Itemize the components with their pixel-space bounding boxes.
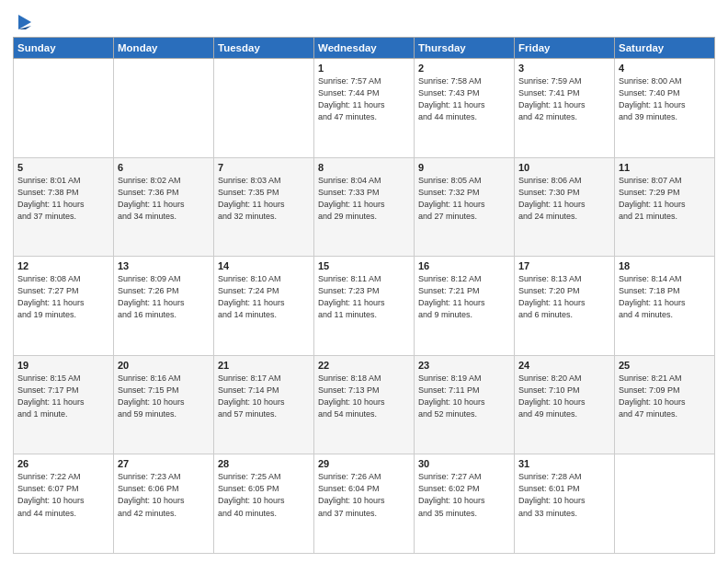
calendar-cell: 26Sunrise: 7:22 AMSunset: 6:07 PMDayligh… xyxy=(14,454,114,554)
calendar-cell: 2Sunrise: 7:58 AMSunset: 7:43 PMDaylight… xyxy=(415,59,515,158)
day-info: Sunrise: 8:01 AMSunset: 7:38 PMDaylight:… xyxy=(17,175,109,223)
week-row-0: 1Sunrise: 7:57 AMSunset: 7:44 PMDaylight… xyxy=(14,59,715,158)
day-number: 31 xyxy=(518,458,610,469)
calendar-cell: 15Sunrise: 8:11 AMSunset: 7:23 PMDayligh… xyxy=(314,257,415,356)
day-info: Sunrise: 8:07 AMSunset: 7:29 PMDaylight:… xyxy=(619,175,711,223)
calendar-cell xyxy=(14,59,114,158)
calendar-cell: 24Sunrise: 8:20 AMSunset: 7:10 PMDayligh… xyxy=(515,355,615,454)
weekday-header-thursday: Thursday xyxy=(415,38,515,59)
day-number: 27 xyxy=(118,458,210,469)
calendar-cell xyxy=(214,59,314,158)
calendar-cell: 1Sunrise: 7:57 AMSunset: 7:44 PMDaylight… xyxy=(314,59,415,158)
logo xyxy=(13,13,35,29)
calendar-cell: 21Sunrise: 8:17 AMSunset: 7:14 PMDayligh… xyxy=(214,355,314,454)
day-number: 1 xyxy=(318,63,410,74)
week-row-2: 12Sunrise: 8:08 AMSunset: 7:27 PMDayligh… xyxy=(14,257,715,356)
day-info: Sunrise: 7:25 AMSunset: 6:05 PMDaylight:… xyxy=(218,471,310,519)
day-number: 19 xyxy=(17,360,109,371)
calendar-cell: 30Sunrise: 7:27 AMSunset: 6:02 PMDayligh… xyxy=(415,454,515,554)
day-number: 21 xyxy=(218,360,310,371)
calendar-cell: 25Sunrise: 8:21 AMSunset: 7:09 PMDayligh… xyxy=(615,355,715,454)
day-info: Sunrise: 7:28 AMSunset: 6:01 PMDaylight:… xyxy=(518,471,610,519)
weekday-header-friday: Friday xyxy=(515,38,615,59)
day-info: Sunrise: 8:00 AMSunset: 7:40 PMDaylight:… xyxy=(619,75,711,123)
calendar-cell: 4Sunrise: 8:00 AMSunset: 7:40 PMDaylight… xyxy=(615,59,715,158)
day-number: 9 xyxy=(418,162,510,173)
day-info: Sunrise: 8:16 AMSunset: 7:15 PMDaylight:… xyxy=(118,373,210,420)
calendar-cell xyxy=(615,454,715,554)
day-number: 20 xyxy=(118,360,210,371)
day-info: Sunrise: 7:23 AMSunset: 6:06 PMDaylight:… xyxy=(118,471,210,519)
day-info: Sunrise: 8:19 AMSunset: 7:11 PMDaylight:… xyxy=(418,373,510,420)
weekday-header-sunday: Sunday xyxy=(14,38,114,59)
day-number: 8 xyxy=(318,162,410,173)
day-info: Sunrise: 8:09 AMSunset: 7:26 PMDaylight:… xyxy=(118,273,210,321)
day-info: Sunrise: 8:13 AMSunset: 7:20 PMDaylight:… xyxy=(518,273,610,321)
calendar-cell: 8Sunrise: 8:04 AMSunset: 7:33 PMDaylight… xyxy=(314,157,415,257)
weekday-header-monday: Monday xyxy=(114,38,214,59)
week-row-1: 5Sunrise: 8:01 AMSunset: 7:38 PMDaylight… xyxy=(14,157,715,257)
day-number: 11 xyxy=(619,162,711,173)
day-number: 30 xyxy=(418,458,510,469)
calendar-cell: 10Sunrise: 8:06 AMSunset: 7:30 PMDayligh… xyxy=(515,157,615,257)
day-info: Sunrise: 7:57 AMSunset: 7:44 PMDaylight:… xyxy=(318,75,410,123)
day-info: Sunrise: 8:08 AMSunset: 7:27 PMDaylight:… xyxy=(17,273,109,321)
day-number: 22 xyxy=(318,360,410,371)
day-info: Sunrise: 8:06 AMSunset: 7:30 PMDaylight:… xyxy=(518,175,610,223)
day-info: Sunrise: 8:04 AMSunset: 7:33 PMDaylight:… xyxy=(318,175,410,223)
calendar-cell: 19Sunrise: 8:15 AMSunset: 7:17 PMDayligh… xyxy=(14,355,114,454)
day-number: 25 xyxy=(619,360,711,371)
day-info: Sunrise: 8:02 AMSunset: 7:36 PMDaylight:… xyxy=(118,175,210,223)
day-number: 14 xyxy=(218,260,310,271)
day-number: 12 xyxy=(17,260,109,271)
day-info: Sunrise: 7:27 AMSunset: 6:02 PMDaylight:… xyxy=(418,471,510,519)
day-info: Sunrise: 7:59 AMSunset: 7:41 PMDaylight:… xyxy=(518,75,610,123)
calendar-cell: 3Sunrise: 7:59 AMSunset: 7:41 PMDaylight… xyxy=(515,59,615,158)
svg-marker-0 xyxy=(18,15,31,29)
day-info: Sunrise: 8:20 AMSunset: 7:10 PMDaylight:… xyxy=(518,373,610,420)
day-number: 7 xyxy=(218,162,310,173)
calendar-cell: 5Sunrise: 8:01 AMSunset: 7:38 PMDaylight… xyxy=(14,157,114,257)
weekday-header-tuesday: Tuesday xyxy=(214,38,314,59)
day-info: Sunrise: 8:21 AMSunset: 7:09 PMDaylight:… xyxy=(619,373,711,420)
calendar-cell: 16Sunrise: 8:12 AMSunset: 7:21 PMDayligh… xyxy=(415,257,515,356)
calendar-cell: 13Sunrise: 8:09 AMSunset: 7:26 PMDayligh… xyxy=(114,257,214,356)
day-number: 5 xyxy=(17,162,109,173)
calendar-cell: 18Sunrise: 8:14 AMSunset: 7:18 PMDayligh… xyxy=(615,257,715,356)
calendar-cell: 6Sunrise: 8:02 AMSunset: 7:36 PMDaylight… xyxy=(114,157,214,257)
day-info: Sunrise: 8:03 AMSunset: 7:35 PMDaylight:… xyxy=(218,175,310,223)
calendar-cell: 7Sunrise: 8:03 AMSunset: 7:35 PMDaylight… xyxy=(214,157,314,257)
day-number: 23 xyxy=(418,360,510,371)
day-info: Sunrise: 8:10 AMSunset: 7:24 PMDaylight:… xyxy=(218,273,310,321)
calendar-cell: 31Sunrise: 7:28 AMSunset: 6:01 PMDayligh… xyxy=(515,454,615,554)
day-number: 6 xyxy=(118,162,210,173)
day-info: Sunrise: 7:22 AMSunset: 6:07 PMDaylight:… xyxy=(17,471,109,519)
day-number: 2 xyxy=(418,63,510,74)
day-info: Sunrise: 8:15 AMSunset: 7:17 PMDaylight:… xyxy=(17,373,109,420)
calendar-cell: 28Sunrise: 7:25 AMSunset: 6:05 PMDayligh… xyxy=(214,454,314,554)
day-info: Sunrise: 8:18 AMSunset: 7:13 PMDaylight:… xyxy=(318,373,410,420)
week-row-3: 19Sunrise: 8:15 AMSunset: 7:17 PMDayligh… xyxy=(14,355,715,454)
day-number: 10 xyxy=(518,162,610,173)
calendar-cell: 20Sunrise: 8:16 AMSunset: 7:15 PMDayligh… xyxy=(114,355,214,454)
day-number: 29 xyxy=(318,458,410,469)
day-number: 28 xyxy=(218,458,310,469)
calendar-cell: 14Sunrise: 8:10 AMSunset: 7:24 PMDayligh… xyxy=(214,257,314,356)
calendar-cell: 17Sunrise: 8:13 AMSunset: 7:20 PMDayligh… xyxy=(515,257,615,356)
calendar-cell xyxy=(114,59,214,158)
day-number: 4 xyxy=(619,63,711,74)
calendar-cell: 29Sunrise: 7:26 AMSunset: 6:04 PMDayligh… xyxy=(314,454,415,554)
day-number: 17 xyxy=(518,260,610,271)
weekday-header-wednesday: Wednesday xyxy=(314,38,415,59)
page: SundayMondayTuesdayWednesdayThursdayFrid… xyxy=(0,0,728,563)
calendar-table: SundayMondayTuesdayWednesdayThursdayFrid… xyxy=(13,37,715,554)
calendar-cell: 12Sunrise: 8:08 AMSunset: 7:27 PMDayligh… xyxy=(14,257,114,356)
day-info: Sunrise: 8:14 AMSunset: 7:18 PMDaylight:… xyxy=(619,273,711,321)
day-info: Sunrise: 8:11 AMSunset: 7:23 PMDaylight:… xyxy=(318,273,410,321)
day-number: 15 xyxy=(318,260,410,271)
calendar-cell: 22Sunrise: 8:18 AMSunset: 7:13 PMDayligh… xyxy=(314,355,415,454)
day-number: 16 xyxy=(418,260,510,271)
day-number: 18 xyxy=(619,260,711,271)
day-number: 3 xyxy=(518,63,610,74)
header xyxy=(13,9,715,29)
